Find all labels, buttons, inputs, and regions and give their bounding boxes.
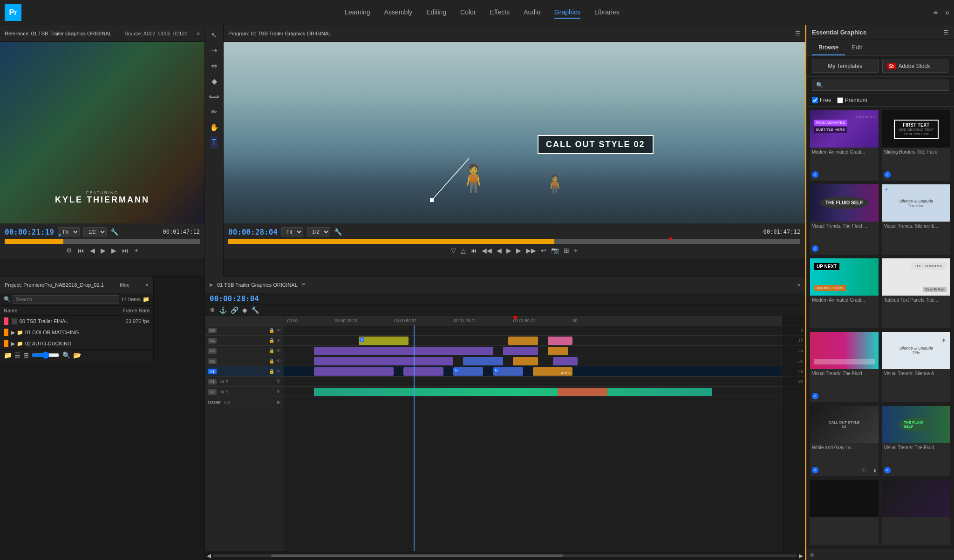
track-v5-lock-icon[interactable]: 🔒 — [269, 328, 274, 333]
eg-card-0[interactable]: PACK ANIMATED SUBTITLE HERE EXTENDED ✓ M… — [810, 110, 879, 181]
clip-v4-2[interactable] — [508, 337, 538, 345]
track-v3-lock-icon[interactable]: 🔒 — [269, 348, 274, 353]
clip-v4-3[interactable] — [548, 337, 572, 345]
track-v4-lock-icon[interactable]: 🔒 — [269, 338, 274, 343]
clip-v1-4[interactable]: fx — [493, 367, 523, 376]
tl-snap-btn[interactable]: ❄ — [210, 306, 215, 314]
program-mark-out-btn[interactable]: △ — [461, 247, 466, 254]
track-v2-eye-icon[interactable]: 👁 — [276, 358, 281, 364]
eg-card-8[interactable]: CALL OUT STYLE 02 ✓ i ⬇ White and Gray L… — [810, 406, 879, 476]
source-scrub-bar[interactable]: ▼ — [5, 239, 200, 244]
program-go-in-btn[interactable]: ⏮ — [470, 247, 477, 254]
timeline-scrollbar[interactable] — [213, 554, 797, 557]
program-camera-btn[interactable]: 📷 — [551, 247, 559, 254]
source-go-out-btn[interactable]: ⏭ — [122, 247, 129, 254]
source-add-btn[interactable]: + — [134, 247, 138, 254]
my-templates-btn[interactable]: My Templates — [812, 60, 879, 73]
track-row-master[interactable] — [284, 397, 782, 407]
source-step-fwd-btn[interactable]: ▶ — [111, 247, 116, 254]
clip-v2-4[interactable] — [553, 357, 578, 365]
timeline-zoom-in-icon[interactable]: ◀ — [207, 553, 211, 559]
eg-card-10[interactable] — [810, 480, 879, 545]
eg-card-4[interactable]: UP NEXT DOUBLE HERE Modern Animated Grad… — [810, 258, 879, 329]
eg-card-11[interactable] — [882, 480, 951, 545]
eg-card-7[interactable]: Silence & Solitude Title ✦ Visual Trends… — [882, 332, 951, 402]
program-step-back-btn[interactable]: ◀◀ — [482, 247, 492, 254]
program-step-fwd-btn[interactable]: ▶ — [516, 247, 521, 254]
card-8-info-badge[interactable]: i — [861, 467, 867, 473]
slip-tool-btn[interactable]: ⟺ — [207, 90, 221, 103]
eg-search-input[interactable] — [812, 80, 948, 91]
eg-card-2[interactable]: THE FLUID SELF ✓ Visual Trends: The Flui… — [810, 184, 879, 255]
source-expand-icon[interactable]: » — [197, 30, 200, 37]
razor-tool-btn[interactable]: ◆ — [210, 75, 219, 88]
clip-v3-1[interactable] — [314, 347, 493, 355]
source-go-in-btn[interactable]: ⏮ — [78, 247, 84, 254]
project-search-input[interactable] — [13, 295, 119, 304]
list-item[interactable]: ▶ 📁 01 COLOR MATCHING — [0, 327, 153, 338]
program-wrench-icon[interactable]: 🔧 — [334, 228, 342, 236]
clip-a2-2[interactable] — [558, 388, 607, 396]
track-row-v3[interactable] — [284, 346, 782, 356]
source-play-btn[interactable]: ▶ — [101, 247, 106, 254]
source-wrench-icon[interactable]: 🔧 — [110, 228, 118, 236]
eg-free-checkbox[interactable] — [812, 97, 818, 103]
track-v1-lock-icon[interactable]: 🔒 — [269, 369, 274, 374]
project-zoom-slider[interactable] — [32, 351, 60, 359]
eg-card-9[interactable]: THE FLUID SELF ✓ Visual Trends: The Flui… — [882, 406, 951, 476]
selection-tool-btn[interactable]: ↖ — [209, 29, 219, 41]
source-mark-in-btn[interactable]: ⚙ — [66, 247, 72, 254]
nav-item-libraries[interactable]: Libraries — [594, 7, 620, 19]
card-8-dl-badge[interactable]: ⬇ — [873, 468, 877, 473]
track-v5-eye-icon[interactable]: 👁 — [276, 328, 281, 333]
clip-v1-3[interactable]: fx — [453, 367, 483, 376]
clip-v2-3[interactable] — [513, 357, 538, 365]
track-row-v4[interactable]: fx — [284, 336, 782, 346]
track-v1-eye-icon[interactable]: 👁 — [276, 369, 281, 374]
nav-item-assembly[interactable]: Assembly — [384, 7, 413, 19]
project-expand-icon[interactable]: » — [145, 282, 149, 288]
text-tool-btn[interactable]: T — [210, 136, 218, 148]
eg-tab-browse[interactable]: Browse — [812, 40, 845, 55]
clip-v4-1[interactable]: fx — [359, 337, 409, 345]
program-go-out-btn[interactable]: ▶▶ — [526, 247, 536, 254]
track-v4-eye-icon[interactable]: 👁 — [276, 338, 281, 343]
project-folder-view-btn[interactable]: 📂 — [73, 351, 81, 359]
clip-v1-2[interactable] — [403, 367, 443, 376]
project-search-btn2[interactable]: 🔍 — [62, 351, 70, 359]
program-add-btn[interactable]: + — [574, 247, 578, 254]
hamburger-icon[interactable]: ≡ — [934, 8, 938, 17]
clip-v1-5[interactable]: A003_ — [533, 367, 572, 376]
program-mark-in-btn[interactable]: ▽ — [451, 247, 456, 254]
clip-v2-1[interactable] — [314, 357, 453, 365]
eg-menu-icon[interactable]: ☰ — [943, 29, 948, 36]
nav-item-editing[interactable]: Editing — [426, 7, 446, 19]
timeline-expand-icon[interactable]: » — [797, 282, 800, 288]
tl-magnet-btn[interactable]: ⚓ — [219, 306, 227, 314]
eg-card-6[interactable]: ✓ Visual Trends: The Fluid ... — [810, 332, 879, 402]
project-icon-view-btn[interactable]: ⊞ — [23, 351, 29, 359]
eg-filter-premium[interactable]: Premium — [837, 97, 867, 103]
item-folder-expand-icon2[interactable]: ▶ — [11, 341, 15, 347]
pen-tool-btn[interactable]: ✏ — [209, 106, 219, 118]
nav-item-color[interactable]: Color — [460, 7, 476, 19]
track-select-tool-btn[interactable]: ⇢ — [209, 44, 219, 57]
program-multi-cam-btn[interactable]: ⊞ — [564, 247, 569, 254]
clip-v2-2[interactable] — [463, 357, 503, 365]
tl-tool-btn[interactable]: 🔧 — [251, 306, 259, 314]
project-folder-icon[interactable]: 📁 — [143, 296, 150, 303]
item-folder-expand-icon[interactable]: ▶ — [11, 330, 15, 336]
eg-card-5[interactable]: FULL CONTROL Easy To Use Tabbed Text Pan… — [882, 258, 951, 329]
tl-mark-btn[interactable]: ◆ — [242, 306, 247, 314]
nav-item-learning[interactable]: Learning — [345, 7, 370, 19]
project-new-bin-btn[interactable]: 📁 — [4, 351, 12, 359]
eg-filter-free[interactable]: Free — [812, 97, 831, 103]
track-row-v2[interactable] — [284, 356, 782, 366]
track-v2-lock-icon[interactable]: 🔒 — [269, 358, 274, 364]
clip-v1-1[interactable] — [314, 367, 394, 376]
program-play-btn[interactable]: ▶ — [506, 247, 511, 254]
track-row-v1[interactable]: fx fx A003_ — [284, 366, 782, 377]
track-v3-eye-icon[interactable]: 👁 — [276, 348, 281, 353]
program-expand-icon[interactable]: ☰ — [795, 30, 800, 37]
track-master-play-icon[interactable]: ▶ — [277, 399, 281, 405]
